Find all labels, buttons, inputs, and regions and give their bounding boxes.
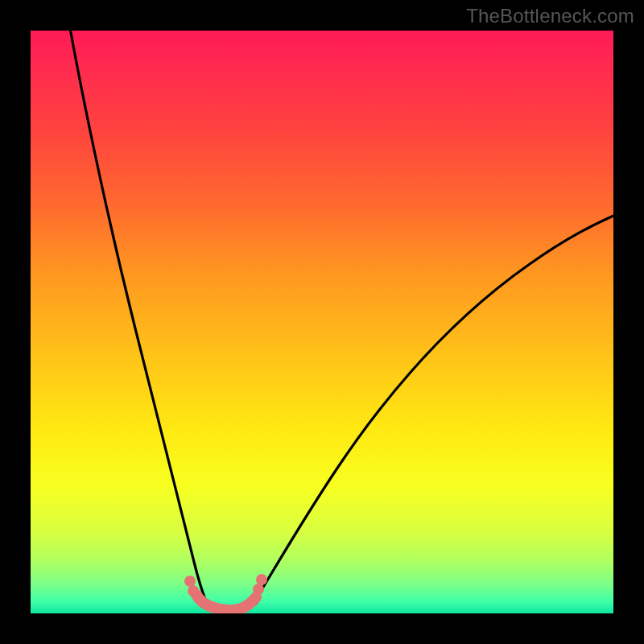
pink-dot-left-lower	[188, 585, 199, 597]
chart-svg	[31, 31, 613, 613]
plot-area	[31, 31, 613, 613]
pink-dot-left-upper	[184, 576, 196, 587]
outer-frame: TheBottleneck.com	[0, 0, 644, 644]
curve-left-branch	[68, 31, 209, 609]
curve-right-branch	[252, 210, 613, 605]
attribution-text: TheBottleneck.com	[466, 5, 634, 27]
pink-dot-right-upper	[256, 574, 267, 585]
pink-valley-marker	[196, 595, 256, 610]
pink-dot-right-lower	[253, 584, 264, 595]
